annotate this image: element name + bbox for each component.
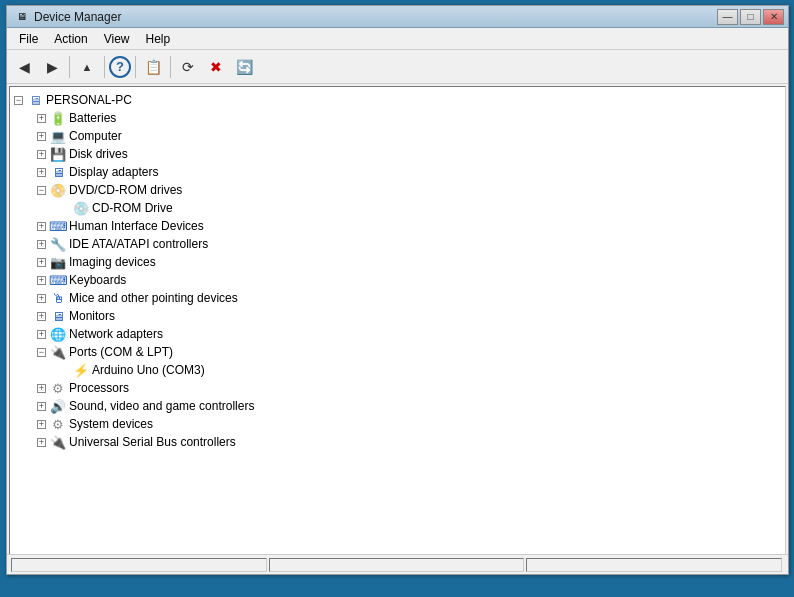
tree-toggle-system[interactable]: + (37, 420, 46, 429)
tree-label-ports: Ports (COM & LPT) (69, 345, 173, 359)
tree-toggle-hid[interactable]: + (37, 222, 46, 231)
properties-button[interactable]: 📋 (140, 54, 166, 80)
tree-icon-dvdcd: 📀 (50, 182, 66, 198)
title-bar-left: 🖥 Device Manager (15, 10, 121, 24)
tree-label-ide: IDE ATA/ATAPI controllers (69, 237, 208, 251)
toolbar-separator-2 (104, 56, 105, 78)
tree-item-keyboards[interactable]: +⌨Keyboards (12, 271, 783, 289)
tree-label-monitors: Monitors (69, 309, 115, 323)
title-bar: 🖥 Device Manager — □ ✕ (7, 6, 788, 28)
tree-toggle-ide[interactable]: + (37, 240, 46, 249)
device-tree-panel[interactable]: −🖥PERSONAL-PC+🔋Batteries+💻Computer+💾Disk… (9, 86, 786, 556)
menu-item-file[interactable]: File (11, 30, 46, 48)
tree-toggle-dvdcd[interactable]: − (37, 186, 46, 195)
tree-toggle-ports[interactable]: − (37, 348, 46, 357)
tree-toggle-keyboards[interactable]: + (37, 276, 46, 285)
tree-toggle-disk-drives[interactable]: + (37, 150, 46, 159)
tree-item-computer[interactable]: +💻Computer (12, 127, 783, 145)
toolbar-separator-3 (135, 56, 136, 78)
device-manager-window: 🖥 Device Manager — □ ✕ FileActionViewHel… (6, 5, 789, 575)
window-title: Device Manager (34, 10, 121, 24)
device-tree: −🖥PERSONAL-PC+🔋Batteries+💻Computer+💾Disk… (10, 87, 785, 555)
tree-item-monitors[interactable]: +🖥Monitors (12, 307, 783, 325)
tree-icon-display-adapters: 🖥 (50, 164, 66, 180)
tree-label-keyboards: Keyboards (69, 273, 126, 287)
tree-icon-monitors: 🖥 (50, 308, 66, 324)
tree-icon-ide: 🔧 (50, 236, 66, 252)
tree-icon-network: 🌐 (50, 326, 66, 342)
tree-label-computer: Computer (69, 129, 122, 143)
toolbar-separator-4 (170, 56, 171, 78)
tree-icon-mice: 🖱 (50, 290, 66, 306)
tree-item-network[interactable]: +🌐Network adapters (12, 325, 783, 343)
tree-icon-disk-drives: 💾 (50, 146, 66, 162)
tree-toggle-mice[interactable]: + (37, 294, 46, 303)
up-button[interactable]: ▲ (74, 54, 100, 80)
tree-item-ide[interactable]: +🔧IDE ATA/ATAPI controllers (12, 235, 783, 253)
help-button[interactable]: ? (109, 56, 131, 78)
tree-item-imaging[interactable]: +📷Imaging devices (12, 253, 783, 271)
tree-item-disk-drives[interactable]: +💾Disk drives (12, 145, 783, 163)
tree-toggle-usb[interactable]: + (37, 438, 46, 447)
menu-item-view[interactable]: View (96, 30, 138, 48)
disable-button[interactable]: ✖ (203, 54, 229, 80)
tree-label-sound: Sound, video and game controllers (69, 399, 254, 413)
tree-toggle-monitors[interactable]: + (37, 312, 46, 321)
tree-toggle-batteries[interactable]: + (37, 114, 46, 123)
minimize-button[interactable]: — (717, 9, 738, 25)
tree-item-sound[interactable]: +🔊Sound, video and game controllers (12, 397, 783, 415)
status-panel-3 (526, 558, 782, 572)
tree-label-disk-drives: Disk drives (69, 147, 128, 161)
tree-icon-sound: 🔊 (50, 398, 66, 414)
tree-label-network: Network adapters (69, 327, 163, 341)
tree-toggle-cdrom (60, 204, 69, 213)
tree-item-mice[interactable]: +🖱Mice and other pointing devices (12, 289, 783, 307)
tree-label-batteries: Batteries (69, 111, 116, 125)
toolbar-separator-1 (69, 56, 70, 78)
tree-toggle-network[interactable]: + (37, 330, 46, 339)
tree-label-arduino: Arduino Uno (COM3) (92, 363, 205, 377)
tree-item-cdrom[interactable]: 💿CD-ROM Drive (12, 199, 783, 217)
tree-icon-hid: ⌨ (50, 218, 66, 234)
tree-toggle-imaging[interactable]: + (37, 258, 46, 267)
tree-item-usb[interactable]: +🔌Universal Serial Bus controllers (12, 433, 783, 451)
tree-item-processors[interactable]: +⚙Processors (12, 379, 783, 397)
tree-toggle-computer[interactable]: + (37, 132, 46, 141)
scan-button[interactable]: 🔄 (231, 54, 257, 80)
tree-icon-usb: 🔌 (50, 434, 66, 450)
window-icon: 🖥 (15, 10, 29, 24)
menu-item-action[interactable]: Action (46, 30, 95, 48)
update-driver-button[interactable]: ⟳ (175, 54, 201, 80)
tree-icon-processors: ⚙ (50, 380, 66, 396)
close-button[interactable]: ✕ (763, 9, 784, 25)
tree-item-arduino[interactable]: ⚡Arduino Uno (COM3) (12, 361, 783, 379)
tree-label-system: System devices (69, 417, 153, 431)
tree-item-system[interactable]: +⚙System devices (12, 415, 783, 433)
tree-label-processors: Processors (69, 381, 129, 395)
tree-toggle-display-adapters[interactable]: + (37, 168, 46, 177)
tree-icon-keyboards: ⌨ (50, 272, 66, 288)
status-panel-1 (11, 558, 267, 572)
tree-toggle-processors[interactable]: + (37, 384, 46, 393)
tree-item-batteries[interactable]: +🔋Batteries (12, 109, 783, 127)
tree-item-root[interactable]: −🖥PERSONAL-PC (12, 91, 783, 109)
tree-item-dvdcd[interactable]: −📀DVD/CD-ROM drives (12, 181, 783, 199)
tree-icon-root: 🖥 (27, 92, 43, 108)
tree-label-hid: Human Interface Devices (69, 219, 204, 233)
menu-item-help[interactable]: Help (138, 30, 179, 48)
forward-button[interactable]: ▶ (39, 54, 65, 80)
tree-toggle-root[interactable]: − (14, 96, 23, 105)
tree-icon-batteries: 🔋 (50, 110, 66, 126)
maximize-button[interactable]: □ (740, 9, 761, 25)
toolbar: ◀ ▶ ▲ ? 📋 ⟳ ✖ 🔄 (7, 50, 788, 84)
tree-item-hid[interactable]: +⌨Human Interface Devices (12, 217, 783, 235)
back-button[interactable]: ◀ (11, 54, 37, 80)
tree-label-mice: Mice and other pointing devices (69, 291, 238, 305)
tree-icon-imaging: 📷 (50, 254, 66, 270)
tree-item-display-adapters[interactable]: +🖥Display adapters (12, 163, 783, 181)
tree-item-ports[interactable]: −🔌Ports (COM & LPT) (12, 343, 783, 361)
tree-icon-ports: 🔌 (50, 344, 66, 360)
tree-toggle-sound[interactable]: + (37, 402, 46, 411)
tree-icon-arduino: ⚡ (73, 362, 89, 378)
tree-label-display-adapters: Display adapters (69, 165, 158, 179)
